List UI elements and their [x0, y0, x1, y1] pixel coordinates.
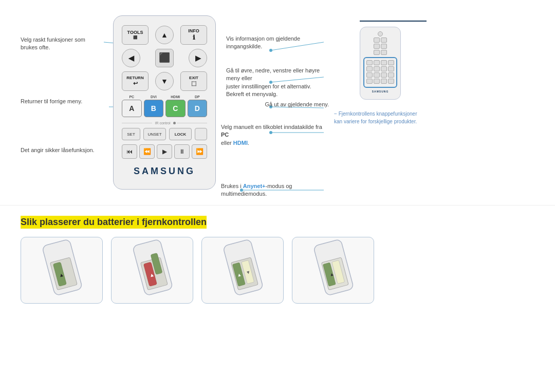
- color-buttons-row: A B C D: [122, 100, 207, 117]
- button-a[interactable]: A: [122, 100, 142, 117]
- lock-row: SET UNSET LOCK: [122, 128, 207, 140]
- tools-button[interactable]: TOOLS ⬛: [122, 25, 149, 45]
- ir-dot: [173, 122, 176, 124]
- battery-title: Slik plasserer du batterier i fjernkontr…: [21, 216, 207, 229]
- prev-chapter-button[interactable]: ⏮: [122, 144, 137, 159]
- mini-remote: SAMSUNG: [360, 27, 401, 100]
- ir-label: IR control: [155, 121, 171, 125]
- top-section: Velg raskt funksjoner som brukes ofte. R…: [0, 0, 555, 200]
- pause-button[interactable]: ⏸: [174, 144, 190, 159]
- info-annotation: Vis informasjon om gjeldende inngangskil…: [226, 35, 329, 51]
- row-3: RETURN ↩ ▼ EXIT ⬚: [122, 71, 207, 91]
- top-line: [360, 21, 427, 22]
- rewind-button[interactable]: ⏪: [139, 144, 155, 159]
- right-button[interactable]: ▶: [189, 49, 207, 67]
- color-labels: PC DVI HDMI DP: [122, 95, 207, 99]
- samsung-logo: SAMSUNG: [122, 166, 207, 177]
- battery-svg-2: ▲: [116, 239, 188, 301]
- square-button[interactable]: [195, 128, 207, 140]
- battery-svg-1: ▲: [26, 239, 98, 301]
- source-hdmi-bold: HDMI: [233, 140, 248, 146]
- button-b[interactable]: B: [144, 100, 164, 117]
- navigate-annotation: Gå til øvre, nedre, venstre eller høyre …: [226, 67, 329, 99]
- anynet-annotation: Brukes i Anynet+-modus og multimediemodu…: [221, 182, 329, 198]
- lock-annotation: Det angir sikker låsefunksjon.: [21, 146, 95, 154]
- hdmi-label: HDMI: [165, 95, 186, 99]
- dp-label: DP: [188, 95, 208, 99]
- up-button[interactable]: ▲: [155, 26, 174, 44]
- mini-samsung-logo: SAMSUNG: [363, 90, 397, 93]
- media-row-1: ⏮ ⏪ ▶ ⏸ ⏩: [122, 144, 207, 159]
- ir-row: IR control: [122, 121, 207, 125]
- play-button[interactable]: ▶: [157, 144, 172, 159]
- return-button[interactable]: RETURN ↩: [122, 71, 149, 91]
- center-button[interactable]: ⬛: [155, 49, 174, 67]
- battery-image-3: ▲ ▼: [201, 237, 284, 304]
- row-2: ◀ ⬛ ▶: [122, 49, 207, 67]
- return-annotation: Returner til forrige meny.: [21, 98, 82, 105]
- footnote-dash: −: [334, 111, 337, 117]
- battery-image-4: ▲: [292, 237, 374, 304]
- info-button[interactable]: INFO ℹ: [180, 25, 207, 45]
- row-1: TOOLS ⬛ ▲ INFO ℹ: [122, 25, 207, 45]
- down-button[interactable]: ▼: [155, 72, 174, 90]
- tools-annotation: Velg raskt funksjoner som brukes ofte.: [21, 36, 103, 52]
- bottom-section: Slik plasserer du batterier i fjernkontr…: [0, 205, 555, 314]
- footnote-text: Fjernkontrollens knappefunksjoner kan va…: [334, 111, 417, 124]
- left-button[interactable]: ◀: [122, 49, 140, 67]
- mini-remote-highlight: [363, 57, 397, 88]
- remote-control: TOOLS ⬛ ▲ INFO ℹ ◀ ⬛ ▶: [113, 15, 216, 190]
- anynet-bold: Anynet+: [243, 183, 266, 189]
- right-panel: SAMSUNG − Fjernkontrollens knappefunksjo…: [329, 15, 432, 190]
- battery-images: ▲ ▲: [21, 237, 534, 304]
- source-annotation: Velg manuelt en tilkoblet inndatakilde f…: [221, 123, 329, 147]
- remote-area: Velg raskt funksjoner som brukes ofte. R…: [21, 15, 319, 190]
- set-button[interactable]: SET: [122, 128, 140, 140]
- dvi-label: DVI: [144, 95, 164, 99]
- button-c[interactable]: C: [165, 100, 186, 117]
- battery-svg-4: ▲: [297, 239, 369, 301]
- lock-button[interactable]: LOCK: [169, 128, 192, 140]
- battery-svg-3: ▲ ▼: [207, 239, 279, 301]
- battery-image-1: ▲: [21, 237, 103, 304]
- unset-button[interactable]: UNSET: [143, 128, 166, 140]
- pc-label: PC: [122, 95, 142, 99]
- exit-button[interactable]: EXIT ⬚: [180, 71, 207, 91]
- button-d[interactable]: D: [188, 100, 208, 117]
- footnote: − Fjernkontrollens knappefunksjoner kan …: [334, 110, 427, 125]
- source-pc-bold: PC: [221, 132, 229, 138]
- exit-annotation: Gå ut av gjeldende meny.: [265, 101, 329, 108]
- battery-image-2: ▲: [111, 237, 193, 304]
- fast-forward-button[interactable]: ⏩: [192, 144, 207, 159]
- remote-wrapper: TOOLS ⬛ ▲ INFO ℹ ◀ ⬛ ▶: [113, 15, 216, 190]
